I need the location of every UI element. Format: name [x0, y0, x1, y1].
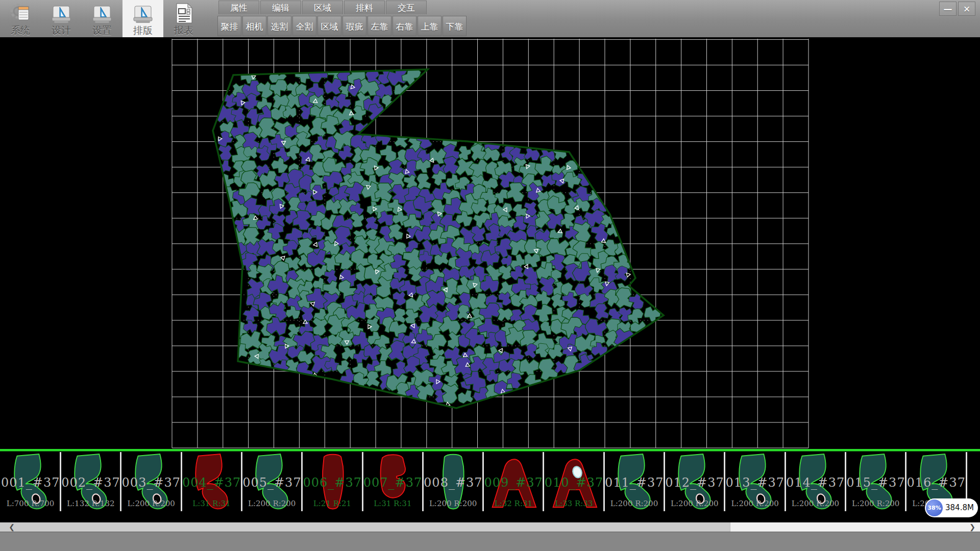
- piece-thumbnail-4[interactable]: 004_#37L:31 R:31: [182, 452, 241, 511]
- main-button-2[interactable]: 设计: [41, 0, 82, 37]
- piece-id-label: 010_#37: [545, 475, 603, 490]
- menu-tab-1[interactable]: 属性: [218, 1, 259, 14]
- tool-button-4[interactable]: 全割: [292, 16, 316, 36]
- piece-lr-label: L:33 R:33: [545, 499, 603, 508]
- memory-value: 384.8M: [945, 498, 974, 517]
- piece-id-label: 011_#37: [605, 475, 664, 490]
- main-button-label: 报表: [163, 24, 204, 36]
- status-badge: 38% 384.8M: [925, 498, 978, 517]
- menu-tab-5[interactable]: 交互: [386, 1, 427, 14]
- percent-badge: 38%: [926, 499, 943, 516]
- piece-lr-label: L:21 R:21: [303, 499, 362, 508]
- piece-lr-label: L:31 R:31: [363, 499, 422, 508]
- piece-id-label: 004_#37: [182, 475, 241, 490]
- piece-id-label: 012_#37: [665, 475, 724, 490]
- menu-tab-3[interactable]: 区域: [302, 1, 343, 14]
- piece-thumbnail-6[interactable]: 006_#37L:21 R:21: [303, 452, 362, 511]
- nesting-ruler-icon: [132, 2, 154, 24]
- main-button-1[interactable]: 系统: [0, 0, 41, 37]
- piece-lr-label: L:700 R:700: [1, 499, 60, 508]
- piece-thumbnail-7[interactable]: 007_#37L:31 R:31: [363, 452, 422, 511]
- piece-lr-label: L:200 R:200: [726, 499, 785, 508]
- piece-thumbnail-3[interactable]: 003_#37L:200 R:200: [122, 452, 181, 511]
- tool-button-6[interactable]: 瑕疵: [342, 16, 366, 36]
- tool-button-5[interactable]: 区域: [317, 16, 341, 36]
- main-button-5[interactable]: 报表: [163, 0, 204, 37]
- report-document-icon: [173, 2, 195, 24]
- tool-button-8[interactable]: 右靠: [393, 16, 416, 36]
- piece-lr-label: L:200 R:200: [605, 499, 664, 508]
- piece-thumbnail-1[interactable]: 001_#37L:700 R:700: [1, 452, 60, 511]
- piece-id-label: 006_#37: [303, 475, 362, 490]
- nesting-canvas[interactable]: [0, 37, 980, 449]
- main-button-3[interactable]: 设置: [82, 0, 122, 37]
- piece-lr-label: L:200 R:200: [665, 499, 724, 508]
- piece-thumbnail-12[interactable]: 012_#37L:200 R:200: [665, 452, 724, 511]
- piece-lr-label: L:32 R:31: [484, 499, 543, 508]
- main-button-4[interactable]: 排版: [122, 0, 163, 37]
- piece-thumbnail-13[interactable]: 013_#37L:200 R:200: [726, 452, 785, 511]
- nesting-canvas-svg: [0, 37, 980, 449]
- piece-id-label: 013_#37: [726, 475, 785, 490]
- tool-button-1[interactable]: 聚排: [217, 16, 241, 36]
- piece-thumbnail-9[interactable]: 009_#37L:32 R:31: [484, 452, 543, 511]
- piece-id-label: 008_#37: [424, 475, 482, 490]
- tool-button-10[interactable]: 下靠: [443, 16, 467, 36]
- piece-id-label: 009_#37: [484, 475, 543, 490]
- piece-thumbnail-11[interactable]: 011_#37L:200 R:200: [605, 452, 664, 511]
- piece-id-label: 005_#37: [242, 475, 301, 490]
- design-ruler-icon: [50, 2, 72, 24]
- system-gear-icon: [9, 2, 32, 24]
- status-bar: [0, 532, 980, 551]
- piece-thumbnail-strip: 001_#37L:700 R:700002_#37L:132 R:132003_…: [0, 449, 980, 521]
- piece-id-label: 003_#37: [122, 475, 181, 490]
- piece-thumbnail-8[interactable]: 008_#37L:200 R:200: [424, 452, 482, 511]
- piece-id-label: 0: [967, 475, 980, 490]
- scroll-right-arrow-icon[interactable]: ❯: [965, 522, 980, 532]
- piece-id-label: 002_#37: [61, 475, 120, 490]
- main-button-label: 设置: [82, 24, 122, 36]
- close-button[interactable]: ✕: [958, 2, 975, 16]
- scrollbar-thumb[interactable]: [23, 522, 730, 532]
- menu-tab-4[interactable]: 排料: [344, 1, 385, 14]
- piece-lr-label: L:200 R:200: [424, 499, 482, 508]
- main-button-label: 排版: [122, 24, 163, 36]
- tool-button-9[interactable]: 上靠: [418, 16, 442, 36]
- piece-thumbnail-5[interactable]: 005_#37L:200 R:200: [242, 452, 301, 511]
- piece-lr-label: L:200 R:200: [122, 499, 181, 508]
- main-button-label: 设计: [41, 24, 82, 36]
- scroll-left-arrow-icon[interactable]: ❮: [0, 522, 23, 532]
- piece-id-label: 001_#37: [1, 475, 60, 490]
- ribbon-toolbar: 系统设计设置排版报表 属性编辑区域排料交互 聚排相机选割全割区域瑕疵左靠右靠上靠…: [0, 0, 980, 38]
- tool-button-3[interactable]: 选割: [267, 16, 291, 36]
- piece-thumbnail-10[interactable]: 010_#37L:33 R:33: [545, 452, 603, 511]
- settings-ruler-icon: [91, 2, 113, 24]
- minimize-button[interactable]: —: [939, 2, 957, 16]
- horizontal-scrollbar[interactable]: ❮ ❯: [0, 521, 980, 532]
- piece-thumbnail-15[interactable]: 015_#37L:200 R:200: [846, 452, 905, 511]
- tool-button-7[interactable]: 左靠: [368, 16, 391, 36]
- strip-top-green-line2: [0, 451, 980, 452]
- piece-thumbnail-14[interactable]: 014_#37L:200 R:200: [786, 452, 845, 511]
- piece-lr-label: L:200 R:200: [786, 499, 845, 508]
- piece-thumbnail-2[interactable]: 002_#37L:132 R:132: [61, 452, 120, 511]
- menu-tab-2[interactable]: 编辑: [260, 1, 301, 14]
- piece-lr-label: L:200 R:200: [242, 499, 301, 508]
- piece-id-label: 015_#37: [846, 475, 905, 490]
- piece-lr-label: L:200 R:200: [846, 499, 905, 508]
- piece-id-label: 016_#37: [907, 475, 966, 490]
- tool-button-2[interactable]: 相机: [242, 16, 266, 36]
- piece-lr-label: L:31 R:31: [182, 499, 241, 508]
- piece-lr-label: L:132 R:132: [61, 499, 120, 508]
- piece-id-label: 007_#37: [363, 475, 422, 490]
- piece-id-label: 014_#37: [786, 475, 845, 490]
- main-button-label: 系统: [0, 24, 41, 36]
